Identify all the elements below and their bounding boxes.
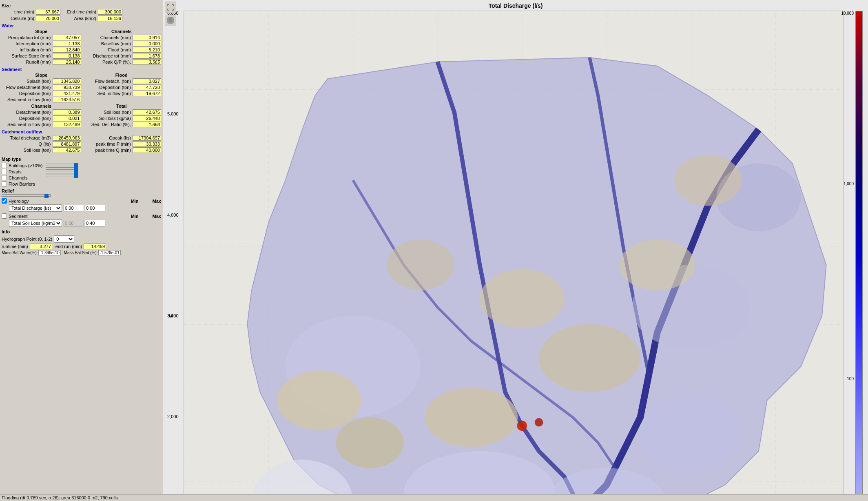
map-title: Total Discharge (l/s) <box>163 0 868 9</box>
row-value: 25.140 <box>53 59 81 65</box>
svg-point-8 <box>277 371 361 430</box>
row-label: Deposition (ton) <box>82 85 133 90</box>
row-label: Interception (mm) <box>2 41 53 46</box>
hydrograph-select[interactable]: 0 1 2 <box>54 235 74 243</box>
flow-barriers-checkbox[interactable] <box>2 181 7 186</box>
row-label: Soil loss (ton) <box>2 148 53 153</box>
row-value: 0.138 <box>53 53 81 59</box>
colorbar-label-2: 1,000 <box>844 182 854 186</box>
sediment-total-col: Total Soil loss (ton)42.675Soil loss (kg… <box>82 104 162 128</box>
data-row: Sediment in flow (ton)1624.516 <box>2 97 81 102</box>
row-value: 42.675 <box>133 109 161 115</box>
channels-checkbox[interactable] <box>2 175 7 180</box>
svg-point-20 <box>640 396 742 472</box>
map-svg[interactable] <box>184 11 843 494</box>
hydrology-label: Hydrology <box>9 199 29 204</box>
row-label: Flood (mm) <box>82 47 133 52</box>
colorbar-label-top: 10,000 <box>841 11 854 16</box>
row-value: 17904.697 <box>133 135 161 141</box>
status-bar: Flooding (dt 0.769 sec, n 26): area 3160… <box>0 494 868 501</box>
roads-label: Roads <box>9 169 22 174</box>
sediment-total-items: Soil loss (ton)42.675Soil loss (kg/ha)26… <box>82 109 162 127</box>
row-label: Sediment in flow (ton) <box>2 122 53 127</box>
zoom-tool-btn[interactable] <box>165 2 176 13</box>
roads-row: Roads <box>2 169 42 174</box>
data-row: Flow detach. (ton)0.027 <box>82 78 162 84</box>
sed-max-input[interactable] <box>85 220 105 226</box>
water-channels-header: Channels <box>82 29 162 34</box>
flow-barriers-row: Flow Barriers <box>2 181 42 186</box>
row-value: 19.672 <box>133 91 161 96</box>
data-row: Soil loss (ton)42.675 <box>2 147 81 153</box>
row-label: Flow detach. (ton) <box>82 79 133 84</box>
buildings-label: Buildings (>10%) <box>9 163 42 168</box>
row-value: 1.868 <box>133 122 161 127</box>
svg-point-15 <box>387 239 454 290</box>
hydro-max-input[interactable] <box>85 205 105 211</box>
sediment-total-header: Total <box>82 104 162 109</box>
row-value: -421.479 <box>53 91 81 96</box>
hydrology-checkbox[interactable] <box>2 198 7 204</box>
sediment-map-checkbox[interactable] <box>2 213 7 219</box>
row-label: Q (l/s) <box>2 142 53 146</box>
row-value: 132.489 <box>53 122 81 127</box>
catchment-section: Catchment outflow Total discharge (m3)26… <box>2 129 161 153</box>
time-row: time (min) 67.667 <box>2 9 60 15</box>
row-value: -0.021 <box>53 115 81 121</box>
data-row: Discharge tot (mm)1.678 <box>82 53 162 59</box>
row-value: 40.000 <box>133 147 161 153</box>
row-label: Detachment (ton) <box>2 110 53 115</box>
data-row: peak time P (min)30.333 <box>82 141 162 147</box>
row-label: peak time P (min) <box>82 142 133 146</box>
sediment-flood-items: Flow detach. (ton)0.027Deposition (ton)-… <box>82 78 162 96</box>
data-row: Splash (ton)1345.820 <box>2 78 81 84</box>
svg-point-13 <box>674 155 742 206</box>
sediment-flood-col: Flood Flow detach. (ton)0.027Deposition … <box>82 73 162 103</box>
hydrology-dropdown[interactable]: Total Discharge (l/s) Flood (mm) Runoff … <box>9 204 62 212</box>
svg-point-17 <box>535 418 543 427</box>
svg-point-11 <box>539 324 640 392</box>
toolbar <box>165 2 176 26</box>
row-label: Runoff (mm) <box>2 60 53 64</box>
data-row: Flood (mm)5.210 <box>82 47 162 53</box>
water-slope-col: Slope Precipitation tot (mm)47.057Interc… <box>2 29 81 65</box>
endtime-row: End time (min) 300.000 <box>64 9 122 15</box>
sediment-slope-col: Slope Splash (ton)1345.820Flow detachmen… <box>2 73 81 103</box>
row-value: 3.565 <box>133 59 161 65</box>
row-value: -47.728 <box>133 84 161 90</box>
data-row: Peak Q/P (%),3.565 <box>82 59 162 65</box>
area-value: 16.136 <box>98 16 122 21</box>
row-value: 26459.963 <box>53 135 81 141</box>
sediment-slope-header: Slope <box>2 73 81 78</box>
buildings-checkbox[interactable] <box>2 163 7 168</box>
water-channels-col: Channels Channels (mm)0.914Baseflow (mm)… <box>82 29 162 65</box>
row-value: 1.678 <box>133 53 161 59</box>
hydro-min-label: Min <box>131 199 139 204</box>
sed-min-input[interactable] <box>64 220 84 226</box>
massbas-label: Mass Bal Sed (%) <box>64 250 97 255</box>
sediment-flood-header: Flood <box>82 73 162 78</box>
massbaw-value: 1.896e-10 <box>38 250 61 255</box>
colorbar: 10,000 1,000 100 10 <box>855 11 864 494</box>
svg-rect-1 <box>168 18 173 22</box>
checkbox-col: Buildings (>10%) Roads Channels Flow Bar… <box>2 163 42 187</box>
data-row: Qpeak (l/s)17904.697 <box>82 135 162 141</box>
hydro-min-input[interactable] <box>64 205 84 211</box>
hydro-max-label: Max <box>153 199 161 204</box>
row-label: Sed. Del. Ratio (%), <box>82 122 133 127</box>
sediment-dropdown[interactable]: Total Soil Loss (kg/m2) <box>9 219 62 227</box>
info-title: Info <box>2 229 161 234</box>
row-value: 8481.897 <box>53 141 81 147</box>
svg-point-10 <box>425 388 518 447</box>
buildings-row: Buildings (>10%) <box>2 163 42 168</box>
sed-min-label: Min <box>131 214 139 219</box>
water-slope-header: Slope <box>2 29 81 34</box>
row-value: 30.333 <box>133 141 161 147</box>
info-section: Info Hydrograph Point (0, 1-2) 0 1 2 run… <box>2 229 161 255</box>
y-axis-ticks: 0 1,000 2,000 3,000 4,000 5,000 6,000 <box>167 11 179 494</box>
row-label: Sed. in flow (ton) <box>82 91 133 96</box>
svg-point-14 <box>480 269 564 328</box>
sediment-channels-col: Channels Detachment (ton)0.389Deposition… <box>2 104 81 128</box>
pan-tool-btn[interactable] <box>165 15 176 26</box>
roads-checkbox[interactable] <box>2 169 7 174</box>
